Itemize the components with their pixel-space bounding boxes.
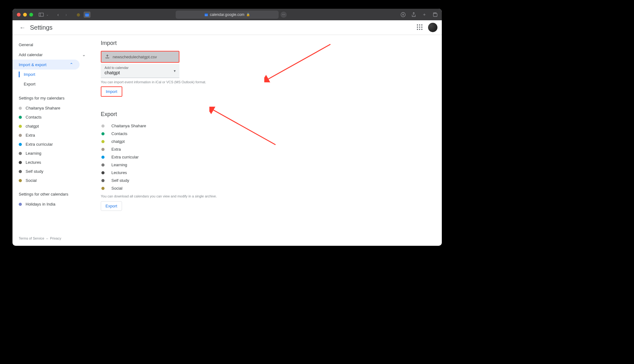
sidebar-sub-import[interactable]: Import: [12, 70, 92, 79]
calendar-label: Self study: [111, 178, 129, 183]
nav-back-icon[interactable]: ‹: [56, 12, 61, 17]
calendar-color-dot: [101, 140, 105, 143]
calendar-label: Contacts: [111, 131, 127, 136]
calendar-label: Self study: [26, 169, 43, 174]
maximize-window-icon[interactable]: [29, 13, 33, 17]
tos-link[interactable]: Terms of Service: [19, 236, 44, 240]
tab-icon-calendar[interactable]: [84, 12, 90, 18]
tab-icon-1[interactable]: ◎: [75, 12, 82, 18]
calendar-color-dot: [19, 116, 22, 119]
calendar-color-dot: [101, 156, 105, 159]
sidebar-calendar-item[interactable]: Self study: [12, 167, 92, 176]
calendar-label: Extra curricular: [111, 155, 139, 159]
calendar-label: Chaitanya Shahare: [111, 124, 146, 128]
import-hint: You can import event information in iCal…: [101, 80, 433, 84]
settings-back-icon[interactable]: ←: [17, 23, 28, 32]
google-apps-icon[interactable]: [417, 24, 423, 31]
sidebar-calendar-item[interactable]: Contacts: [12, 113, 92, 122]
export-button[interactable]: Export: [101, 201, 122, 211]
sidebar-general[interactable]: General: [12, 40, 92, 50]
export-section-title: Export: [101, 111, 433, 118]
dropdown-value: chatgpt: [105, 70, 176, 75]
calendar-label: Holidays in India: [26, 202, 55, 206]
downloads-icon[interactable]: [401, 12, 406, 17]
calendar-color-dot: [19, 143, 22, 146]
sidebar-calendar-item[interactable]: Extra: [12, 131, 92, 140]
calendar-label: Social: [26, 178, 37, 183]
calendar-label: Lectures: [111, 170, 127, 175]
upload-icon: [105, 54, 110, 60]
minimize-window-icon[interactable]: [23, 13, 27, 17]
settings-sidebar: General Add calendar ⌄ Import & export ⌃…: [12, 35, 92, 246]
sidebar-sub-import-label: Import: [24, 72, 35, 77]
calendar-color-dot: [19, 203, 22, 206]
sidebar-add-calendar[interactable]: Add calendar ⌄: [12, 50, 92, 60]
export-calendar-item[interactable]: Extra curricular: [101, 153, 433, 161]
export-calendar-item[interactable]: Social: [101, 184, 433, 192]
svg-line-8: [267, 44, 330, 80]
nav-forward-icon[interactable]: ›: [64, 12, 69, 17]
calendar-label: chatgpt: [111, 139, 125, 144]
url-bar[interactable]: calendar.google.com 🔒 ⋯: [176, 11, 279, 19]
export-calendar-item[interactable]: Lectures: [101, 169, 433, 177]
calendar-color-dot: [19, 161, 22, 164]
browser-toolbar: ⌄ ‹ › ◎ calendar.google.com 🔒 ⋯: [12, 9, 442, 20]
export-hint: You can download all calendars you can v…: [101, 194, 433, 198]
svg-rect-0: [39, 13, 44, 16]
lock-icon: 🔒: [246, 13, 250, 16]
close-window-icon[interactable]: [17, 13, 21, 17]
sidebar-import-export[interactable]: Import & export ⌃: [12, 60, 80, 70]
sidebar-sub-export[interactable]: Export: [12, 79, 92, 89]
sidebar-calendar-item[interactable]: Chaitanya Shahare: [12, 104, 92, 113]
export-calendar-item[interactable]: Contacts: [101, 130, 433, 138]
sidebar-calendar-item[interactable]: Lectures: [12, 158, 92, 167]
sidebar-calendar-item[interactable]: Extra curricular: [12, 140, 92, 149]
file-upload-field[interactable]: newschedulechatgpt.csv: [101, 51, 179, 63]
tabs-overview-icon[interactable]: [432, 12, 437, 17]
calendar-color-dot: [101, 163, 105, 167]
sidebar-dropdown-icon[interactable]: ⌄: [45, 12, 50, 17]
sidebar-general-label: General: [19, 42, 33, 47]
window-controls[interactable]: [17, 13, 33, 17]
svg-rect-5: [205, 13, 208, 14]
account-avatar[interactable]: [428, 23, 437, 32]
share-icon[interactable]: [411, 12, 416, 17]
sidebar-calendar-item[interactable]: Social: [12, 176, 92, 185]
chevron-down-icon: ⌄: [82, 52, 86, 57]
calendar-color-dot: [101, 187, 105, 190]
sidebar-calendar-item[interactable]: chatgpt: [12, 122, 92, 131]
calendar-color-dot: [19, 107, 22, 110]
calendar-color-dot: [19, 179, 22, 182]
sidebar-add-calendar-label: Add calendar: [19, 52, 43, 57]
calendar-color-dot: [101, 171, 105, 174]
sidebar-calendar-item[interactable]: Holidays in India: [12, 200, 92, 209]
calendar-color-dot: [19, 125, 22, 128]
import-button[interactable]: Import: [101, 86, 122, 97]
export-calendar-item[interactable]: chatgpt: [101, 138, 433, 145]
add-to-calendar-dropdown[interactable]: Add to calendar chatgpt ▼: [101, 64, 179, 78]
sidebar-calendar-item[interactable]: Learning: [12, 149, 92, 158]
export-calendar-item[interactable]: Self study: [101, 177, 433, 184]
new-tab-icon[interactable]: ＋: [422, 12, 427, 17]
sidebar-toggle-icon[interactable]: [39, 12, 44, 17]
chevron-up-icon: ⌃: [70, 62, 73, 67]
calendar-label: Social: [111, 186, 122, 191]
calendar-label: Lectures: [26, 160, 41, 165]
dropdown-label: Add to calendar: [105, 66, 176, 70]
export-calendar-item[interactable]: Learning: [101, 161, 433, 169]
sidebar-my-calendars-header: Settings for my calendars: [12, 89, 92, 104]
footer-links: Terms of Service – Privacy: [12, 233, 92, 243]
site-favicon-icon: [204, 13, 208, 17]
calendar-label: Chaitanya Shahare: [26, 106, 60, 110]
calendar-color-dot: [19, 170, 22, 173]
privacy-link[interactable]: Privacy: [50, 236, 61, 240]
calendar-label: Extra: [111, 147, 121, 152]
url-actions-icon[interactable]: ⋯: [280, 12, 287, 18]
export-button-label: Export: [105, 204, 117, 208]
page-title: Settings: [30, 24, 52, 31]
export-calendar-item[interactable]: Chaitanya Shahare: [101, 122, 433, 130]
calendar-color-dot: [19, 134, 22, 137]
calendar-label: chatgpt: [26, 124, 39, 129]
export-calendar-item[interactable]: Extra: [101, 145, 433, 153]
import-button-label: Import: [106, 89, 117, 94]
